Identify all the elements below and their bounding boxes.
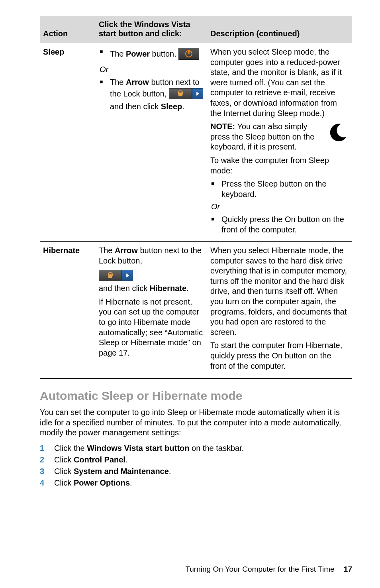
action-hibernate: Hibernate — [40, 242, 96, 379]
click-cell-hibernate: The Arrow button next to the Lock button… — [96, 242, 207, 379]
list-item: 1 Click the Windows Vista start button o… — [40, 444, 352, 453]
lock-arrow-icon — [99, 270, 133, 281]
header-click: Click the Windows Vista start button and… — [96, 16, 207, 43]
sleep-desc-p1: When you select Sleep mode, the computer… — [210, 47, 349, 118]
list-item: 3 Click System and Maintenance. — [40, 467, 352, 476]
header-description: Description (continued) — [207, 16, 352, 43]
hibernate-desc-p2: To start the computer from Hibernate, qu… — [210, 340, 349, 371]
step-number: 3 — [40, 467, 49, 476]
list-item: The Power button. — [99, 47, 204, 62]
steps-list: 1 Click the Windows Vista start button o… — [40, 444, 352, 488]
desc-cell-hibernate: When you select Hibernate mode, the comp… — [207, 242, 352, 379]
sleep-note: NOTE: You can also simply press the Slee… — [210, 122, 323, 152]
list-item: 4 Click Power Options. — [40, 478, 352, 488]
moon-icon — [327, 122, 349, 143]
list-item: Quickly press the On button on the front… — [210, 214, 349, 235]
list-item: Press the Sleep button on the keyboard. — [210, 179, 349, 199]
action-table: Action Click the Windows Vista start but… — [40, 16, 352, 379]
sleep-wake-intro: To wake the computer from Sleep mode: — [210, 155, 349, 176]
page-footer: Turning On Your Computer for the First T… — [185, 565, 352, 574]
desc-cell-sleep: When you select Sleep mode, the computer… — [207, 43, 352, 242]
or-text: Or — [100, 65, 204, 75]
section-title: Automatic Sleep or Hibernate mode — [40, 389, 352, 403]
step-number: 1 — [40, 444, 49, 453]
hibernate-desc-p1: When you select Hibernate mode, the comp… — [210, 246, 349, 337]
table-row: Hibernate The Arrow button next to the L… — [40, 242, 352, 379]
table-row: Sleep The Power button. Or The Arrow but… — [40, 43, 352, 242]
list-item: 2 Click Control Panel. — [40, 455, 352, 464]
list-item: The Arrow button next to the Lock button… — [99, 77, 204, 112]
power-icon — [178, 48, 199, 60]
section-body: You can set the computer to go into Slee… — [40, 407, 352, 438]
footer-text: Turning On Your Computer for the First T… — [185, 565, 334, 573]
step-number: 2 — [40, 455, 49, 464]
or-text: Or — [211, 202, 349, 212]
step-number: 4 — [40, 478, 49, 488]
click-cell-sleep: The Power button. Or The Arrow button ne… — [96, 43, 207, 242]
page-number: 17 — [344, 565, 352, 573]
hibernate-click-p2: If Hibernate is not present, you can set… — [99, 297, 204, 358]
action-sleep: Sleep — [40, 43, 96, 242]
header-action: Action — [40, 16, 96, 43]
lock-arrow-icon — [169, 88, 203, 99]
